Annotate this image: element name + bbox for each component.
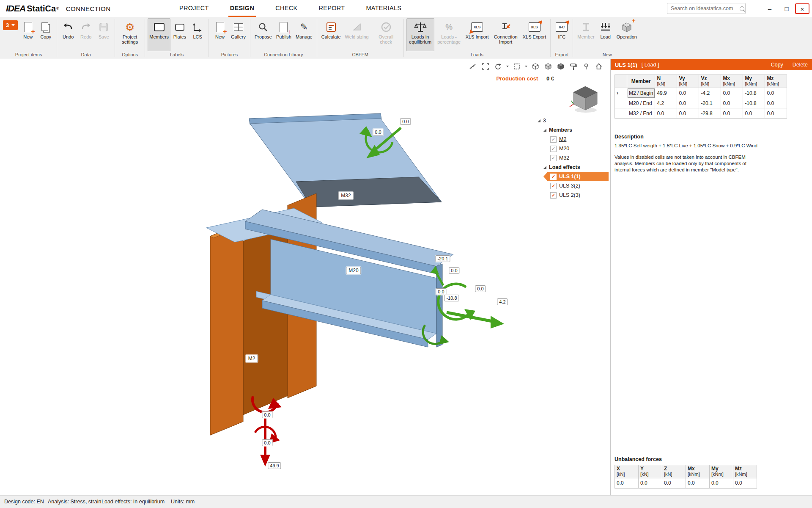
member-label-m32[interactable]: M32 bbox=[338, 192, 353, 199]
viewport-3d[interactable]: Production cost - 0 € 0.0 0.0 M32 -20.1 … bbox=[0, 59, 610, 495]
value-cell[interactable]: -10.8 bbox=[743, 88, 765, 98]
xls-import-button[interactable]: XLS XLS Import bbox=[464, 18, 491, 51]
value-cell[interactable]: 0.0 bbox=[743, 108, 765, 119]
member-visibility-checkbox[interactable] bbox=[550, 146, 557, 152]
value-cell[interactable]: 0.0 bbox=[765, 108, 787, 119]
view-cube[interactable] bbox=[568, 84, 603, 116]
home-view-icon[interactable] bbox=[594, 62, 604, 71]
force-label: 0.0 bbox=[373, 129, 383, 135]
ifc-export-button[interactable]: IFC IFC bbox=[553, 18, 570, 51]
cube-solid-icon[interactable] bbox=[543, 62, 553, 71]
manage-button[interactable]: Manage bbox=[294, 18, 314, 51]
fit-view-icon[interactable] bbox=[481, 62, 490, 71]
tab-project[interactable]: PROJECT bbox=[178, 0, 211, 17]
copy-project-item-button[interactable]: Copy bbox=[37, 18, 54, 51]
propose-button[interactable]: Propose bbox=[253, 18, 274, 51]
search-input[interactable] bbox=[670, 5, 740, 12]
force-label: -10.8 bbox=[444, 295, 459, 301]
cube-shaded-icon[interactable] bbox=[556, 62, 565, 71]
titlebar: IDEA StatiCa ® CONNECTION PROJECT DESIGN… bbox=[0, 0, 812, 17]
col-mz: Mz[kNm] bbox=[765, 75, 787, 88]
value-cell[interactable]: -20.1 bbox=[699, 98, 721, 108]
rotate-options-chevron-icon[interactable] bbox=[506, 66, 509, 67]
rotate-view-icon[interactable] bbox=[494, 62, 503, 71]
value-cell: 0.0 bbox=[639, 478, 662, 489]
value-cell[interactable]: -4.2 bbox=[699, 88, 721, 98]
close-button[interactable]: × bbox=[795, 3, 809, 14]
tree-item-m32[interactable]: M32 bbox=[538, 153, 609, 163]
tab-design[interactable]: DESIGN bbox=[228, 0, 256, 17]
member-cell[interactable]: M32 / End bbox=[627, 108, 655, 119]
cube-wireframe-icon[interactable] bbox=[531, 62, 540, 71]
force-label: 0.0 bbox=[475, 285, 486, 292]
member-cell[interactable]: M2 / Begin bbox=[627, 88, 655, 98]
publish-button[interactable]: Publish bbox=[274, 18, 293, 51]
expander-icon[interactable] bbox=[543, 129, 546, 132]
measure-icon[interactable] bbox=[468, 62, 477, 71]
expand-row-icon[interactable]: › bbox=[615, 88, 627, 98]
load-effect-checkbox[interactable] bbox=[550, 183, 557, 189]
new-load-button[interactable]: Load bbox=[597, 18, 614, 51]
connection-import-button[interactable]: Connection Import bbox=[491, 18, 520, 51]
member-label-m20[interactable]: M20 bbox=[346, 267, 361, 274]
tab-materials[interactable]: MATERIALS bbox=[364, 0, 403, 17]
value-cell[interactable]: 4.2 bbox=[655, 98, 677, 108]
value-cell[interactable]: 0.0 bbox=[721, 98, 743, 108]
value-cell[interactable]: 0.0 bbox=[677, 108, 699, 119]
maximize-button[interactable]: □ bbox=[778, 5, 795, 12]
beam-icon bbox=[581, 20, 592, 34]
member-visibility-checkbox[interactable] bbox=[550, 155, 557, 161]
project-settings-button[interactable]: Project settings bbox=[118, 18, 142, 51]
labels-plates-toggle[interactable]: Plates bbox=[171, 18, 188, 51]
value-cell[interactable]: 0.0 bbox=[765, 88, 787, 98]
load-effect-checkbox[interactable] bbox=[550, 192, 557, 199]
expander-icon[interactable] bbox=[538, 119, 540, 122]
tab-report[interactable]: REPORT bbox=[317, 0, 346, 17]
value-cell[interactable]: 49.9 bbox=[655, 88, 677, 98]
tree-node-load-effects[interactable]: Load effects bbox=[538, 163, 609, 172]
tree-item-m2[interactable]: M2 bbox=[538, 135, 609, 144]
value-cell[interactable]: 0.0 bbox=[765, 98, 787, 108]
value-cell[interactable]: 0.0 bbox=[677, 98, 699, 108]
value-cell[interactable]: -29.8 bbox=[699, 108, 721, 119]
tree-item-uls-2[interactable]: ULS 2(3) bbox=[538, 190, 609, 200]
selection-box-icon[interactable] bbox=[512, 62, 521, 71]
new-project-item-button[interactable]: New bbox=[19, 18, 36, 51]
minimize-button[interactable]: – bbox=[761, 5, 778, 12]
xls-export-button[interactable]: XLS XLS Export bbox=[521, 18, 548, 51]
tree-item-m20[interactable]: M20 bbox=[538, 144, 609, 153]
publish-icon bbox=[280, 20, 288, 34]
new-operation-button[interactable]: Operation bbox=[615, 18, 639, 51]
load-effect-checkbox[interactable] bbox=[550, 174, 557, 180]
member-label-m2[interactable]: M2 bbox=[246, 355, 258, 362]
member-cell[interactable]: M20 / End bbox=[627, 98, 655, 108]
project-item-selector[interactable]: 3 bbox=[3, 20, 18, 30]
3d-scene-canvas[interactable] bbox=[0, 59, 610, 495]
undo-button[interactable]: Undo bbox=[60, 18, 77, 51]
labels-lcs-toggle[interactable]: LCS bbox=[189, 18, 206, 51]
member-visibility-checkbox[interactable] bbox=[550, 136, 557, 143]
render-paint-icon[interactable] bbox=[569, 62, 578, 71]
tree-item-uls-1[interactable]: ULS 1(1) bbox=[543, 172, 609, 181]
expander-icon[interactable] bbox=[543, 166, 546, 169]
new-picture-button[interactable]: New bbox=[211, 18, 228, 51]
value-cell[interactable]: 0.0 bbox=[655, 108, 677, 119]
value-cell[interactable]: 0.0 bbox=[721, 88, 743, 98]
value-cell[interactable]: -10.8 bbox=[743, 98, 765, 108]
delete-load-button[interactable]: Delete bbox=[793, 62, 808, 68]
copy-load-button[interactable]: Copy bbox=[771, 62, 783, 68]
value-cell[interactable]: 0.0 bbox=[721, 108, 743, 119]
calculate-button[interactable]: Calculate bbox=[320, 18, 343, 51]
selection-options-chevron-icon[interactable] bbox=[525, 66, 527, 67]
tree-node-members[interactable]: Members bbox=[538, 125, 609, 135]
tree-node-root[interactable]: 3 bbox=[538, 116, 609, 125]
loads-in-equilibrium-toggle[interactable]: Loads in equilibrium bbox=[406, 18, 434, 51]
tab-check[interactable]: CHECK bbox=[274, 0, 299, 17]
value-cell[interactable]: 0.0 bbox=[677, 88, 699, 98]
unbalanced-forces-title: Unbalanced forces bbox=[614, 456, 784, 462]
search-box[interactable] bbox=[667, 3, 746, 14]
pin-icon[interactable] bbox=[582, 62, 591, 71]
gallery-button[interactable]: Gallery bbox=[229, 18, 247, 51]
tree-item-uls-3[interactable]: ULS 3(2) bbox=[538, 181, 609, 190]
labels-members-toggle[interactable]: Members bbox=[148, 18, 170, 51]
